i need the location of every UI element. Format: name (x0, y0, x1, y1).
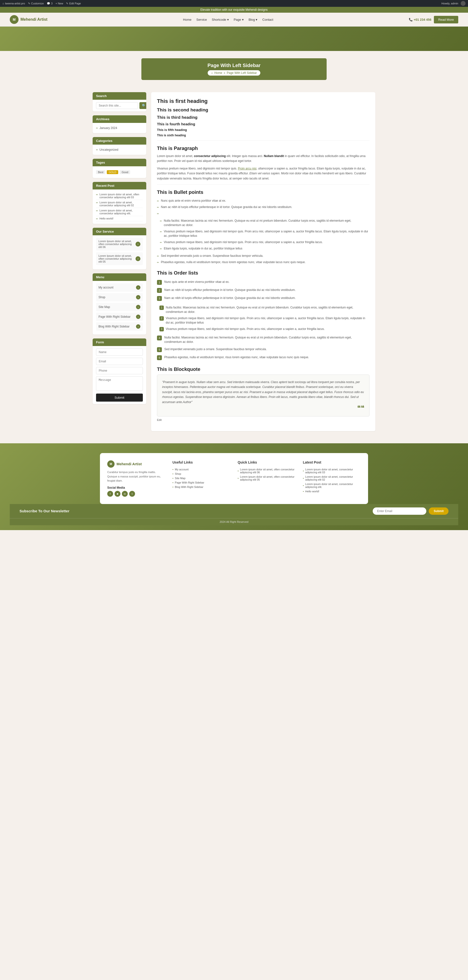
social-icon-linkedin[interactable]: in (122, 491, 128, 497)
divider-1 (157, 140, 370, 141)
latest-post-3[interactable]: Hello world! (303, 489, 361, 493)
order-item-0: 1 Nunc quis ante et enim viverra porttit… (157, 278, 370, 286)
paragraph-2: Vivamus pretium neque libero, sed dignis… (157, 166, 370, 181)
useful-link-0[interactable]: My account (173, 467, 231, 472)
newsletter-bar: Subscribe To Our Newsletter Submit (10, 504, 458, 518)
menu-item-account[interactable]: My account › (96, 283, 143, 292)
breadcrumb-home[interactable]: Home (214, 71, 222, 75)
sub-bullet-3: Etiam ligula turpis, vulputate in dui ac… (160, 245, 370, 251)
nav-page[interactable]: Page ▾ (234, 18, 244, 21)
search-widget-body: 🔍 (93, 100, 146, 111)
service-item-1[interactable]: Lorem Ipsum dolor sit amet, often consec… (96, 252, 143, 265)
menu-item-right-sidebar[interactable]: Page With Right Sidebar › (96, 313, 143, 321)
recent-post-widget: Recent Post Lorem ipsum dolor sit amet, … (93, 182, 146, 224)
header-cta-button[interactable]: Read More (434, 16, 458, 24)
order-num-6: 6 (157, 355, 162, 360)
latest-post-2[interactable]: Lorem ipsum dolor sit amet, consectetur … (303, 482, 361, 489)
hero-area (0, 27, 468, 51)
tag-best[interactable]: Best (96, 170, 105, 174)
newsletter-submit-button[interactable]: Submit (429, 508, 449, 515)
nav-shortcode[interactable]: Shortcode ▾ (212, 18, 229, 21)
category-item[interactable]: Uncategorized (96, 147, 143, 153)
order-num-5: 5 (157, 347, 162, 352)
search-widget: Search 🔍 (93, 92, 146, 111)
footer-logo-icon: M (107, 460, 114, 468)
quote-marks: ❝❝ (162, 404, 365, 411)
nav-service[interactable]: Service (196, 18, 207, 21)
menu-arrow-1: › (136, 295, 140, 299)
recent-post-widget-body: Lorem ipsum dolor sit amet, often consec… (93, 189, 146, 224)
social-icons: f ■ in t (107, 491, 165, 497)
tags-widget-body: Best GOLD Good (93, 166, 146, 178)
admin-bar-new[interactable]: + New (56, 2, 63, 5)
nav-blog[interactable]: Blog ▾ (249, 18, 258, 21)
recent-post-item-0[interactable]: Lorem ipsum dolor sit amet, often consec… (96, 192, 143, 200)
menu-widget-body: My account › Shop › Site Map › Page With… (93, 281, 146, 334)
admin-bar-edit-page[interactable]: ✎ Edit Page (66, 2, 81, 5)
order-section-title: This is Order lists (157, 270, 370, 276)
header-phone: 📞 +01 234 456 (409, 18, 431, 21)
form-name-input[interactable] (96, 348, 143, 356)
footer-description: Curabitur tempus justo eu fringilla matt… (107, 470, 165, 483)
order-list: 1 Nunc quis ante et enim viverra porttit… (157, 278, 370, 362)
social-icon-facebook[interactable]: f (107, 491, 113, 497)
quick-link-0[interactable]: Lorem ipsum dolor sit amet, often consec… (238, 467, 296, 474)
newsletter-email-input[interactable] (373, 508, 426, 515)
sub-bullet-0: Nulla facilisi. Maecenas lacinia ac nisl… (160, 218, 370, 228)
footer-bottom: 2024 All Right Reserved (10, 518, 458, 525)
latest-post-0[interactable]: Lorem ipsum dolor sit amet, consectetur … (303, 467, 361, 474)
social-icon-twitter[interactable]: t (129, 491, 135, 497)
form-widget: Form Submit (93, 339, 146, 404)
categories-widget-title: Categories (93, 137, 146, 145)
quick-link-1[interactable]: Lorem ipsum dolor sit amet, often consec… (238, 474, 296, 482)
menu-widget: Menu My account › Shop › Site Map › Page… (93, 274, 146, 334)
useful-link-1[interactable]: Shop (173, 472, 231, 476)
bullet-sub-list-items: Nulla facilisi. Maecenas lacinia ac nisl… (157, 218, 370, 251)
bullet-item-1: Nam ac nibh id turpis efficitur pellente… (157, 204, 370, 210)
form-phone-input[interactable] (96, 367, 143, 374)
menu-item-sitemap[interactable]: Site Map › (96, 303, 143, 311)
archive-item[interactable]: January 2024 (96, 125, 143, 131)
recent-post-item-2[interactable]: Lorem ipsum dolor sit amet, consectetur … (96, 208, 143, 216)
menu-item-shop[interactable]: Shop › (96, 293, 143, 301)
heading-6: This is sixth heading (157, 134, 370, 137)
edit-link[interactable]: Edit (157, 418, 370, 422)
heading-2: This is second heading (157, 107, 370, 113)
search-input[interactable] (96, 102, 138, 109)
form-email-input[interactable] (96, 358, 143, 365)
form-message-input[interactable] (96, 376, 143, 391)
tag-good[interactable]: Good (120, 170, 130, 174)
service-item-0[interactable]: Lorem Ipsum dolor sit amet, often consec… (96, 238, 143, 250)
useful-link-4[interactable]: Blog With Right Sidebar (173, 485, 231, 489)
bold-text-1: consectetur adipiscing (194, 154, 226, 158)
nav-contact[interactable]: Contact (262, 18, 273, 21)
useful-link-2[interactable]: Site Map (173, 476, 231, 480)
blockquote-section: This is Blockquote "Praesent in augue tu… (157, 366, 370, 422)
archives-widget-title: Archives (93, 115, 146, 123)
sub-bullet-2: Vivamus pretium neque libero, sed dignis… (160, 239, 370, 245)
recent-post-item-3[interactable]: Hello world! (96, 216, 143, 221)
our-service-widget-body: Lorem Ipsum dolor sit amet, often consec… (93, 235, 146, 269)
promo-banner: Elevate tradition with our exquisite Meh… (0, 7, 468, 13)
menu-item-blog-right-sidebar[interactable]: Blog With Right Sidebar › (96, 322, 143, 331)
paragraph-link[interactable]: Proin arcu nisi (238, 167, 256, 170)
tags-widget-title: Tages (93, 159, 146, 166)
nav-home[interactable]: Home (183, 18, 192, 21)
admin-bar-site[interactable]: ⌂ tweena-artist.pro (2, 2, 25, 5)
breadcrumb: ⌂ Home » Page With Left Sidebar (208, 70, 260, 76)
latest-post-1[interactable]: Lorem ipsum dolor sit amet, consectetur … (303, 474, 361, 482)
our-service-widget: Our Service Lorem Ipsum dolor sit amet, … (93, 228, 146, 269)
tag-gold[interactable]: GOLD (107, 170, 118, 174)
sub-order-2: 3 Vivamus pretium neque libero, sed dign… (159, 326, 370, 332)
admin-bar-comments[interactable]: 💬 3 (47, 2, 52, 5)
recent-post-item-1[interactable]: Lorem ipsum dolor sit amet, consectetur … (96, 200, 143, 208)
admin-bar-customize[interactable]: ✎ Customize (28, 2, 44, 5)
useful-link-3[interactable]: Page With Right Sidebar (173, 480, 231, 485)
footer-col-about: M Mehendi Artist Curabitur tempus justo … (107, 460, 165, 497)
sub-order-list: 1 Nulla facilisi. Maecenas lacinia ac ni… (157, 304, 370, 332)
form-submit-button[interactable]: Submit (96, 394, 143, 402)
search-button[interactable]: 🔍 (140, 102, 146, 109)
footer-col-useful-links: Useful Links My account Shop Site Map Pa… (173, 460, 231, 497)
social-icon-instagram[interactable]: ■ (114, 491, 121, 497)
order-item-6: 6 Phasellus egestas, nulla et vestibulum… (157, 353, 370, 362)
